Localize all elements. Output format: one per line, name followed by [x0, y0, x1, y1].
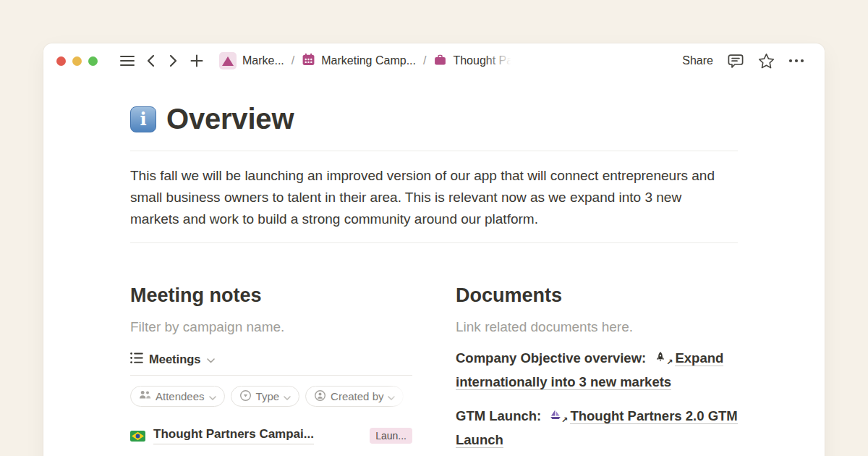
list-view-icon	[130, 352, 143, 367]
chevron-down-icon	[207, 353, 215, 366]
chevron-right-icon	[169, 54, 178, 67]
people-icon	[139, 390, 151, 402]
breadcrumb-item-workspace[interactable]: Marke...	[216, 51, 287, 71]
brazil-flag-icon	[130, 431, 145, 442]
filter-chip-row: Attendees Type	[130, 386, 412, 408]
documents-heading: Documents	[456, 284, 738, 307]
meeting-notes-caption: Filter by campaign name.	[130, 318, 412, 336]
topbar-actions	[726, 51, 810, 70]
comment-icon	[728, 54, 744, 69]
fullscreen-window-button[interactable]	[88, 56, 98, 66]
window-topbar: Marke... / Marketing Camp... / Thought P…	[43, 43, 825, 78]
filter-type-chip[interactable]: Type	[231, 386, 300, 407]
workspace-triangle-logo-icon	[219, 52, 237, 69]
link-arrow-icon: ↗	[666, 358, 673, 366]
document-label: Company Objective overview:	[456, 350, 646, 366]
breadcrumb-separator: /	[423, 54, 426, 67]
more-icon	[788, 59, 804, 63]
person-circle-icon	[314, 389, 326, 404]
breadcrumb-item-marketing-campaigns[interactable]: Marketing Camp...	[299, 51, 419, 71]
meeting-notes-heading: Meeting notes	[130, 284, 412, 307]
window-controls	[56, 56, 98, 66]
page-title-row: i Overview	[130, 103, 738, 135]
breadcrumb: Marke... / Marketing Camp... / Thought P…	[216, 51, 516, 71]
new-page-button[interactable]	[187, 51, 206, 70]
page-content: i Overview This fall we will be launchin…	[43, 78, 825, 456]
meetings-view-tab[interactable]: Meetings	[130, 352, 412, 367]
filter-chip-label: Attendees	[156, 390, 205, 402]
close-window-button[interactable]	[56, 56, 66, 66]
meetings-view-label: Meetings	[149, 352, 201, 366]
filter-chip-label: Type	[256, 390, 280, 402]
chevron-down-icon	[209, 390, 216, 402]
chevron-down-icon	[284, 390, 291, 402]
page-title: Overview	[166, 103, 294, 135]
hamburger-icon	[120, 55, 135, 67]
sidebar-toggle-button[interactable]	[118, 51, 137, 70]
minimize-window-button[interactable]	[72, 56, 82, 66]
briefcase-icon	[433, 53, 447, 69]
meeting-page-link[interactable]: Thought Partners Campai...	[153, 427, 314, 444]
breadcrumb-label: Marke...	[242, 54, 284, 67]
sailboat-icon: ↗	[549, 409, 562, 422]
intro-divider	[130, 242, 738, 243]
rocket-icon: ↗	[654, 351, 667, 364]
title-divider	[130, 151, 738, 151]
favorite-button[interactable]	[757, 51, 775, 70]
document-item: GTM Launch: ↗ Thought Partners 2.0 GTM L…	[456, 404, 738, 452]
back-button[interactable]	[141, 51, 160, 70]
document-label: GTM Launch:	[456, 408, 541, 423]
breadcrumb-separator: /	[292, 54, 294, 67]
star-icon	[758, 53, 775, 69]
filter-chip-label: Created by	[331, 390, 383, 402]
meeting-notes-column: Meeting notes Filter by campaign name. M…	[130, 284, 412, 456]
documents-caption: Link related documents here.	[456, 318, 738, 336]
link-arrow-icon: ↗	[561, 416, 568, 424]
document-item: Company Objective overview: ↗ Expand int…	[456, 346, 738, 394]
filter-created-by-chip[interactable]: Created by	[305, 386, 404, 407]
intro-paragraph: This fall we will be launching an improv…	[130, 165, 731, 230]
comments-button[interactable]	[726, 51, 745, 70]
breadcrumb-item-current-page[interactable]: Thought Pa	[430, 51, 516, 71]
chevron-down-icon	[388, 390, 395, 402]
more-options-button[interactable]	[787, 51, 806, 70]
meetings-table: Thought Partners Campai... Laun... Thoug…	[130, 427, 412, 456]
type-circle-icon	[239, 389, 252, 404]
info-emoji-icon[interactable]: i	[130, 106, 156, 132]
breadcrumb-label: Thought Pa	[453, 54, 513, 67]
view-divider	[130, 375, 412, 376]
forward-button[interactable]	[164, 51, 183, 70]
campaign-tag[interactable]: Laun...	[370, 428, 412, 444]
documents-column: Documents Link related documents here. C…	[456, 284, 738, 456]
notion-window: Marke... / Marketing Camp... / Thought P…	[43, 43, 825, 456]
two-column-layout: Meeting notes Filter by campaign name. M…	[130, 284, 738, 456]
table-row[interactable]: Thought Partners Campai... Laun...	[130, 427, 412, 444]
filter-attendees-chip[interactable]: Attendees	[130, 386, 225, 407]
plus-icon	[190, 54, 203, 67]
calendar-icon	[302, 53, 315, 69]
breadcrumb-label: Marketing Camp...	[321, 54, 416, 67]
chevron-left-icon	[146, 54, 155, 67]
share-button[interactable]: Share	[676, 51, 719, 70]
